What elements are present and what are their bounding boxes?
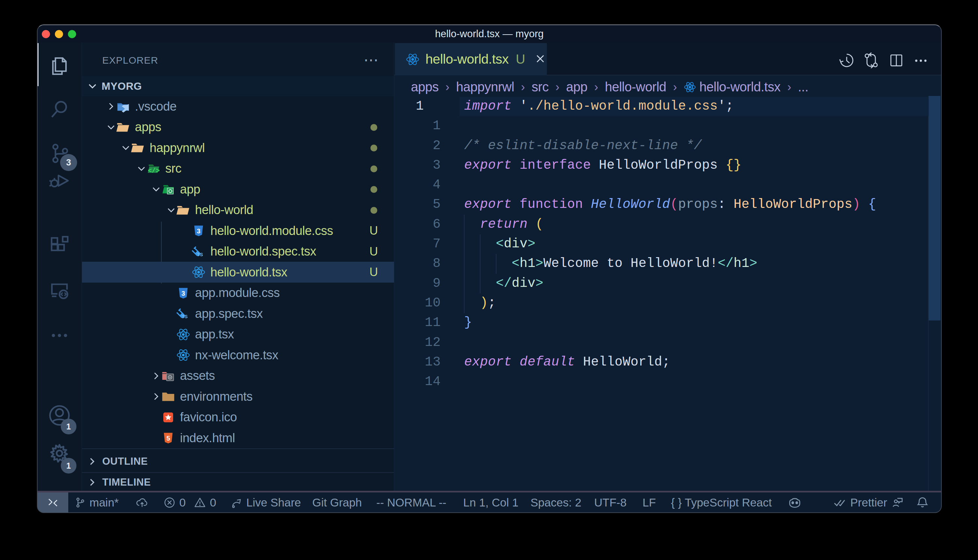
svg-text:</>: </>: [148, 167, 160, 174]
svg-text:TS: TS: [182, 314, 187, 319]
svg-text:3: 3: [181, 290, 185, 297]
svg-text:5: 5: [166, 435, 170, 442]
svg-text:TS: TS: [197, 252, 203, 257]
svg-text:3: 3: [197, 227, 200, 235]
